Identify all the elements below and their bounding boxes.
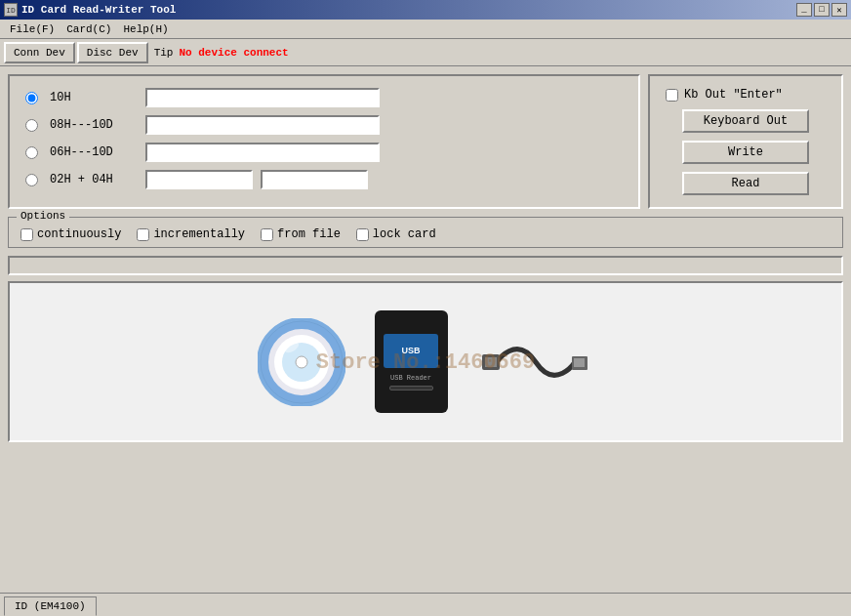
label-from-file: from file [277,227,341,241]
image-area: USB USB Reader Store No.:1460669 [8,281,843,442]
checkbox-continuously[interactable] [20,228,33,241]
label-continuously: continuously [37,227,121,241]
menu-bar: File(F) Card(C) Help(H) [0,20,851,39]
menu-card[interactable]: Card(C) [61,21,117,37]
keyboard-out-button[interactable]: Keyboard Out [682,109,809,133]
checkbox-incrementally[interactable] [137,228,149,241]
close-button[interactable]: ✕ [831,3,847,17]
top-section: 10H 08H---10D 06H---10D 02H + 04H [8,74,843,209]
radio-row-10h: 10H [25,88,623,107]
kb-out-enter-checkbox[interactable] [666,89,678,102]
option-incrementally: incrementally [137,227,245,241]
radio-06h[interactable] [25,146,38,159]
input-06h[interactable] [145,143,380,162]
disc-dev-button[interactable]: Disc Dev [77,42,148,63]
button-panel: Kb Out "Enter" Keyboard Out Write Read [648,74,843,209]
tip-label: Tip [150,47,178,59]
input-04h[interactable] [261,170,368,189]
tab-em4100[interactable]: ID (EM4100) [4,596,97,616]
input-10h[interactable] [145,88,380,107]
option-lock-card: lock card [356,227,436,241]
tip-value: No device connect [179,47,288,59]
options-panel: Options continuously incrementally from … [8,217,843,248]
minimize-button[interactable]: _ [796,3,812,17]
option-continuously: continuously [20,227,121,241]
card-reader-image: USB USB Reader [375,310,448,413]
radio-08h[interactable] [25,119,38,132]
label-10h: 10H [50,91,138,104]
svg-point-4 [296,356,307,368]
usb-cable-image [477,313,594,411]
reader-logo: USB [384,334,438,368]
label-incrementally: incrementally [153,227,245,241]
radio-10h[interactable] [25,92,38,104]
svg-rect-9 [574,358,585,367]
checkbox-lock-card[interactable] [356,228,369,241]
label-lock-card: lock card [373,227,436,241]
radio-row-02h: 02H + 04H [25,170,623,189]
maximize-button[interactable]: □ [814,3,830,17]
title-bar: ID ID Card Read-Writer Tool _ □ ✕ [0,0,851,20]
toolbar: Conn Dev Disc Dev Tip No device connect [0,39,851,66]
kb-check-row: Kb Out "Enter" [666,88,826,102]
app-icon: ID [4,3,18,17]
menu-help[interactable]: Help(H) [117,21,174,37]
input-02h[interactable] [145,170,253,189]
cd-disc-image [258,318,345,406]
radio-02h[interactable] [25,174,38,186]
window-title: ID Card Read-Writer Tool [21,4,176,16]
svg-rect-7 [485,357,497,367]
status-area [8,256,843,275]
tab-bar: ID (EM4100) [0,593,851,616]
title-bar-buttons: _ □ ✕ [796,3,847,17]
options-legend: Options [17,210,69,222]
reader-slot [389,386,433,390]
option-from-file: from file [261,227,341,241]
read-button[interactable]: Read [682,172,809,195]
options-row: continuously incrementally from file loc… [20,224,831,241]
label-08h: 08H---10D [50,118,138,132]
label-06h: 06H---10D [50,145,138,159]
write-button[interactable]: Write [682,141,809,164]
radio-row-06h: 06H---10D [25,143,623,162]
main-content: 10H 08H---10D 06H---10D 02H + 04H [0,66,851,593]
input-08h[interactable] [145,115,380,135]
radio-row-08h: 08H---10D [25,115,623,135]
conn-dev-button[interactable]: Conn Dev [4,42,75,63]
kb-out-enter-label: Kb Out "Enter" [684,88,783,102]
label-02h: 02H + 04H [50,173,138,186]
menu-file[interactable]: File(F) [4,21,61,37]
checkbox-from-file[interactable] [261,228,273,241]
format-panel: 10H 08H---10D 06H---10D 02H + 04H [8,74,640,209]
product-display: USB USB Reader [10,283,841,440]
